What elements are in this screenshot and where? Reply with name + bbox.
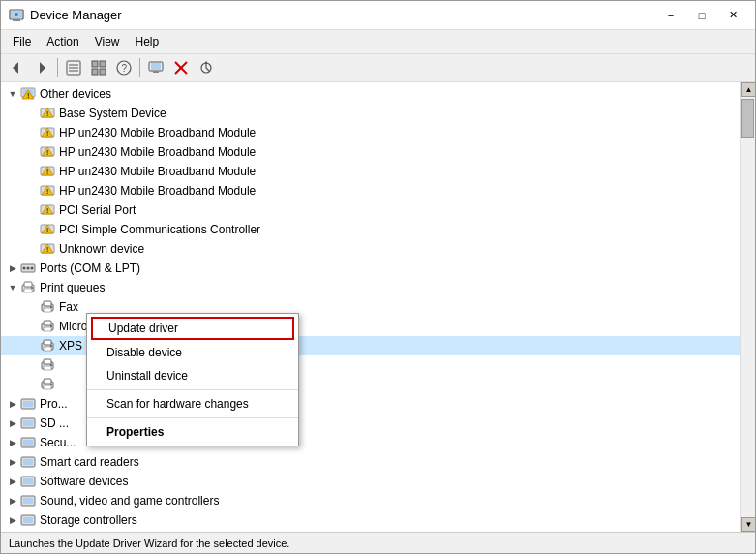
svg-text:!: ! (27, 91, 30, 100)
smart-cards-icon (20, 454, 36, 470)
toolbar-device[interactable] (144, 56, 167, 79)
tree-item-ports[interactable]: ▶ Ports (COM & LPT) (1, 259, 740, 278)
scrollbar-thumb[interactable] (741, 99, 754, 138)
tree-item-smart-cards[interactable]: ▶ Smart card readers (1, 452, 740, 472)
svg-point-51 (23, 267, 26, 270)
toolbar-sep-1 (57, 58, 58, 77)
svg-point-57 (31, 287, 33, 289)
context-scan-hardware[interactable]: Scan for hardware changes (87, 392, 298, 416)
menu-view[interactable]: View (87, 32, 128, 51)
svg-point-65 (50, 325, 52, 327)
fax-icon (40, 299, 55, 315)
svg-rect-72 (44, 366, 51, 370)
help-icon: ? (116, 60, 132, 76)
context-update-driver[interactable]: Update driver (91, 317, 294, 340)
toolbar-uninstall[interactable] (169, 56, 193, 79)
svg-rect-91 (23, 517, 33, 523)
svg-rect-75 (44, 379, 51, 384)
scroll-up-button[interactable]: ▲ (741, 82, 755, 97)
tree-item-software[interactable]: ▶ Software devices (1, 472, 740, 491)
svg-rect-10 (92, 61, 98, 67)
svg-point-52 (27, 267, 30, 270)
expand-sd-icon: ▶ (5, 416, 20, 431)
pci-simple-icon: ! (40, 222, 55, 237)
toolbar-sep-2 (139, 58, 140, 77)
expand-secu-icon: ▶ (5, 435, 20, 450)
svg-rect-60 (44, 308, 51, 312)
context-sep-2 (87, 417, 298, 418)
svg-rect-89 (23, 498, 33, 504)
window-title: Device Manager (30, 8, 122, 22)
scrollbar: ▲ ▼ (741, 82, 755, 532)
svg-rect-83 (23, 440, 33, 446)
tree-item-hp2[interactable]: ! HP un2430 Mobile Broadband Module (1, 142, 740, 162)
title-bar: Device Manager − □ ✕ (1, 1, 755, 30)
svg-text:!: ! (46, 149, 48, 156)
tree-item-system[interactable]: ▶ System devices (1, 530, 740, 532)
tree-item-storage[interactable]: ▶ Storage controllers (1, 510, 740, 530)
context-uninstall-device[interactable]: Uninstall device (87, 364, 298, 387)
toolbar-scan[interactable] (195, 56, 218, 79)
tree-item-unknown[interactable]: ! Unknown device (1, 239, 740, 259)
context-menu: Update driver Disable device Uninstall d… (86, 313, 299, 446)
scroll-down-button[interactable]: ▼ (741, 517, 755, 532)
svg-point-53 (31, 267, 34, 270)
toolbar-tree[interactable] (62, 56, 85, 79)
other-devices-label: Other devices (40, 87, 111, 101)
menu-bar: File Action View Help (1, 30, 755, 54)
tree-item-hp1[interactable]: ! HP un2430 Mobile Broadband Module (1, 123, 740, 142)
toolbar-view[interactable] (87, 56, 110, 79)
tree-item-sound[interactable]: ▶ Sound, video and game controllers (1, 491, 740, 510)
minimize-button[interactable]: − (656, 6, 685, 25)
tree-item-base-system[interactable]: ! Base System Device (1, 104, 740, 123)
svg-rect-56 (24, 289, 32, 292)
back-icon (9, 60, 24, 76)
tree-view[interactable]: ▼ ! Other devices (1, 82, 741, 532)
tree-item-pci-simple[interactable]: ! PCI Simple Communications Controller (1, 220, 740, 239)
svg-text:?: ? (122, 63, 128, 74)
tree-item-print-queues[interactable]: ▼ Print queues (1, 278, 740, 297)
title-bar-left: Device Manager (9, 8, 122, 23)
printer4-icon (40, 357, 55, 373)
svg-text:!: ! (46, 188, 48, 195)
context-properties[interactable]: Properties (87, 420, 298, 444)
software-icon (20, 474, 36, 489)
maximize-button[interactable]: □ (687, 6, 716, 25)
svg-rect-87 (23, 478, 33, 484)
context-disable-device[interactable]: Disable device (87, 341, 298, 364)
secu-label: Secu... (40, 436, 76, 449)
scrollbar-track[interactable] (741, 97, 755, 517)
svg-point-61 (50, 306, 52, 308)
menu-action[interactable]: Action (39, 32, 86, 51)
tree-item-hp3[interactable]: ! HP un2430 Mobile Broadband Module (1, 162, 740, 181)
menu-help[interactable]: Help (128, 32, 167, 51)
ports-label: Ports (COM & LPT) (40, 262, 140, 275)
svg-rect-85 (23, 459, 33, 465)
toolbar-help[interactable]: ? (112, 56, 136, 79)
tree-item-hp4[interactable]: ! HP un2430 Mobile Broadband Module (1, 181, 740, 200)
toolbar-back[interactable] (5, 56, 28, 79)
pro-label: Pro... (40, 397, 68, 411)
expand-ports-icon: ▶ (5, 261, 20, 276)
svg-text:!: ! (46, 110, 48, 117)
storage-icon (20, 512, 36, 528)
toolbar-forward[interactable] (30, 56, 53, 79)
tree-item-other-devices[interactable]: ▼ ! Other devices (1, 84, 740, 104)
expand-smart-icon: ▶ (5, 454, 20, 470)
status-bar: Launches the Update Driver Wizard for th… (1, 532, 755, 553)
secu-icon (20, 435, 36, 450)
pro-icon (20, 396, 36, 412)
ms-print-icon (40, 319, 55, 334)
toolbar: ? (1, 54, 755, 82)
tree-item-pci-serial[interactable]: ! PCI Serial Port (1, 200, 740, 220)
status-text: Launches the Update Driver Wizard for th… (9, 538, 289, 549)
sound-label: Sound, video and game controllers (40, 494, 219, 508)
uninstall-icon (173, 60, 189, 76)
smart-cards-label: Smart card readers (40, 455, 139, 469)
sound-icon (20, 493, 36, 508)
svg-rect-1 (13, 19, 20, 21)
svg-rect-71 (44, 359, 51, 364)
svg-point-69 (50, 345, 52, 347)
close-button[interactable]: ✕ (718, 6, 747, 25)
menu-file[interactable]: File (5, 32, 39, 51)
